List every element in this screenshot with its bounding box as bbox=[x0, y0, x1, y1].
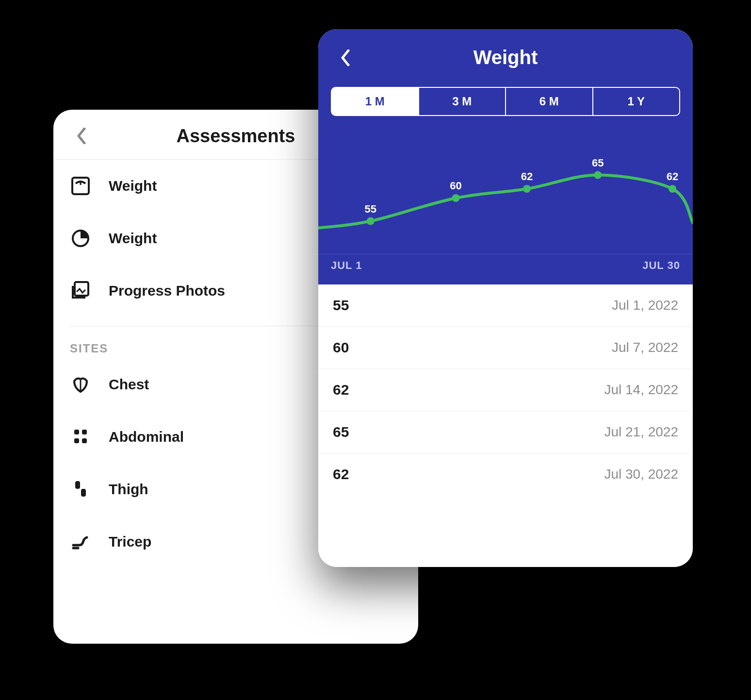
weight-detail-header: Weight bbox=[318, 29, 693, 80]
range-segmented-control: 1 M 3 M 6 M 1 Y bbox=[331, 87, 680, 116]
svg-rect-6 bbox=[82, 430, 87, 434]
entry-date: Jul 14, 2022 bbox=[604, 382, 678, 398]
svg-point-13 bbox=[452, 194, 460, 202]
entry-date: Jul 7, 2022 bbox=[612, 340, 678, 355]
range-1y[interactable]: 1 Y bbox=[593, 88, 680, 115]
chart-end-date: JUL 30 bbox=[642, 259, 680, 272]
weight-entry[interactable]: 60 Jul 7, 2022 bbox=[318, 327, 693, 369]
svg-text:62: 62 bbox=[667, 170, 678, 183]
entry-value: 65 bbox=[333, 424, 349, 440]
photos-icon bbox=[70, 280, 91, 301]
list-item-label: Chest bbox=[109, 376, 149, 393]
svg-rect-9 bbox=[75, 481, 80, 489]
svg-rect-10 bbox=[81, 489, 86, 497]
list-item-label: Weight bbox=[109, 178, 157, 194]
svg-rect-3 bbox=[75, 282, 88, 296]
list-item-label: Abdominal bbox=[109, 429, 184, 445]
svg-text:60: 60 bbox=[450, 180, 461, 192]
piechart-icon bbox=[70, 228, 91, 249]
list-item-label: Thigh bbox=[109, 481, 148, 498]
svg-rect-0 bbox=[72, 178, 89, 194]
tricep-icon bbox=[70, 531, 91, 552]
chest-icon bbox=[70, 374, 91, 395]
page-title: Weight bbox=[335, 47, 676, 68]
weight-detail-header-panel: Weight 1 M 3 M 6 M 1 Y 5560626562 JUL 1 … bbox=[318, 29, 693, 284]
svg-rect-5 bbox=[74, 430, 79, 434]
weight-detail-card: Weight 1 M 3 M 6 M 1 Y 5560626562 JUL 1 … bbox=[318, 29, 693, 567]
list-item-label: Weight bbox=[109, 230, 157, 247]
entry-date: Jul 1, 2022 bbox=[612, 298, 678, 313]
svg-point-11 bbox=[367, 217, 375, 225]
thigh-icon bbox=[70, 479, 91, 500]
entry-date: Jul 30, 2022 bbox=[604, 467, 678, 482]
svg-rect-7 bbox=[74, 438, 79, 443]
entry-value: 60 bbox=[333, 339, 349, 356]
chart-start-date: JUL 1 bbox=[331, 259, 362, 272]
list-item-label: Tricep bbox=[109, 533, 151, 550]
weight-entry[interactable]: 55 Jul 1, 2022 bbox=[318, 284, 693, 327]
scale-icon bbox=[70, 175, 91, 197]
chart-date-range: JUL 1 JUL 30 bbox=[318, 254, 693, 284]
entry-value: 55 bbox=[333, 297, 349, 314]
weight-entry[interactable]: 65 Jul 21, 2022 bbox=[318, 411, 693, 453]
svg-point-15 bbox=[523, 185, 531, 193]
svg-point-17 bbox=[594, 171, 602, 179]
list-item-label: Progress Photos bbox=[109, 283, 225, 299]
entry-value: 62 bbox=[333, 466, 349, 483]
svg-text:55: 55 bbox=[365, 203, 376, 215]
weight-chart: 5560626562 bbox=[318, 128, 693, 254]
svg-text:65: 65 bbox=[592, 157, 604, 169]
weight-entries-list: 55 Jul 1, 2022 60 Jul 7, 2022 62 Jul 14,… bbox=[318, 284, 693, 567]
entry-value: 62 bbox=[333, 382, 349, 398]
svg-point-19 bbox=[669, 185, 676, 193]
svg-text:62: 62 bbox=[521, 170, 533, 183]
range-1m[interactable]: 1 M bbox=[332, 88, 419, 115]
entry-date: Jul 21, 2022 bbox=[604, 424, 678, 440]
weight-entry[interactable]: 62 Jul 30, 2022 bbox=[318, 453, 693, 495]
range-3m[interactable]: 3 M bbox=[419, 88, 506, 115]
weight-entry[interactable]: 62 Jul 14, 2022 bbox=[318, 369, 693, 411]
svg-rect-8 bbox=[82, 438, 87, 443]
abdominal-icon bbox=[70, 426, 91, 448]
range-6m[interactable]: 6 M bbox=[506, 88, 593, 115]
